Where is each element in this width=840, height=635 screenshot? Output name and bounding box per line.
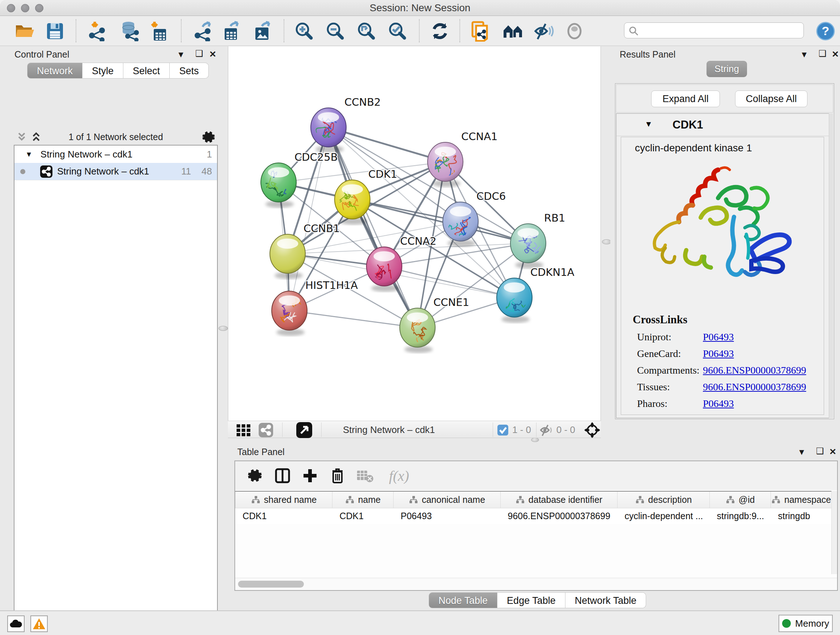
node-CCNB1[interactable]: CCNB1 <box>270 222 340 273</box>
network-view-canvas[interactable]: CCNB2CCNA1CDC25BCDK1CDC6RB1CCNB1CCNA2CDK… <box>228 46 601 421</box>
create-column-button[interactable] <box>301 467 319 485</box>
network-options-gear-icon[interactable] <box>202 130 216 144</box>
network-row[interactable]: String Network – cdk1 11 48 <box>14 163 217 180</box>
apply-layout-button[interactable] <box>429 21 451 42</box>
left-splitter-handle[interactable] <box>218 326 228 331</box>
node-CCNA1[interactable]: CCNA1 <box>428 130 497 182</box>
open-in-window-icon[interactable] <box>296 422 313 439</box>
save-session-button[interactable] <box>44 21 66 42</box>
table-panel-close-button[interactable]: ✕ <box>829 447 836 457</box>
function-builder-button[interactable]: f(x) <box>383 467 415 485</box>
control-panel-float-button[interactable]: ❑ <box>195 49 203 59</box>
column-header-shared-name[interactable]: shared name <box>235 491 332 508</box>
expand-all-button[interactable]: Expand All <box>651 90 720 107</box>
section-collapse-arrow[interactable]: ▼ <box>645 119 653 129</box>
column-header--id[interactable]: @id <box>710 491 771 508</box>
crosslink-link[interactable]: P06493 <box>703 398 734 409</box>
export-table-button[interactable] <box>221 21 242 42</box>
results-panel-float-button[interactable]: ❑ <box>819 49 827 59</box>
tab-network-table[interactable]: Network Table <box>565 592 646 608</box>
tab-edge-table[interactable]: Edge Table <box>497 592 565 608</box>
open-session-button[interactable] <box>14 21 35 42</box>
birds-eye-grid-icon[interactable] <box>236 423 252 437</box>
column-header-description[interactable]: description <box>617 491 710 508</box>
edge-CCNB2-CCNA1[interactable] <box>328 127 445 162</box>
results-panel-close-button[interactable]: ✕ <box>832 49 839 59</box>
table-horizontal-scrollbar[interactable] <box>235 578 837 590</box>
node-RB1[interactable]: RB1 <box>510 212 565 263</box>
node-CDK1[interactable]: CDK1 <box>333 168 397 219</box>
table-cell[interactable]: CDK1 <box>332 508 393 524</box>
table-row[interactable]: CDK1CDK1P064939606.ENSP00000378699cyclin… <box>235 508 832 524</box>
table-cell[interactable]: CDK1 <box>235 508 332 524</box>
zoom-in-icon <box>294 21 314 41</box>
pan-crosshair-icon[interactable] <box>584 422 600 438</box>
table-cell[interactable]: P06493 <box>393 508 501 524</box>
delete-table-button[interactable] <box>356 467 374 485</box>
edge-CCNA2-CDKN1A[interactable] <box>384 266 515 298</box>
control-panel-close-button[interactable]: ✕ <box>209 49 216 59</box>
tab-sets[interactable]: Sets <box>170 63 209 79</box>
results-panel-menu-arrow[interactable]: ▾ <box>802 49 806 59</box>
show-columns-button[interactable] <box>273 467 292 485</box>
crosslink-link[interactable]: 9606.ENSP00000378699 <box>703 381 806 393</box>
zoom-selected-button[interactable] <box>387 21 409 42</box>
protein-section-header[interactable]: ▼ CDK1 <box>616 114 833 136</box>
zoom-out-button[interactable] <box>325 21 346 42</box>
search-input[interactable] <box>624 22 804 38</box>
import-network-from-database-button[interactable] <box>118 21 141 42</box>
help-button[interactable]: ? <box>815 21 836 42</box>
network-edge-count: 48 <box>202 166 212 177</box>
node-CCNE1[interactable]: CCNE1 <box>400 296 469 350</box>
column-header-canonical-name[interactable]: canonical name <box>393 491 501 508</box>
selected-nodes-checkbox[interactable] <box>497 424 508 436</box>
import-network-from-file-button[interactable] <box>87 21 108 42</box>
collapse-all-button[interactable]: Collapse All <box>735 90 807 107</box>
table-panel-float-button[interactable]: ❑ <box>816 446 824 456</box>
node-HIST1H1A[interactable]: HIST1H1A <box>272 279 358 330</box>
results-scrollbar[interactable] <box>829 113 833 418</box>
column-header-namespace[interactable]: namespace <box>771 491 832 508</box>
warnings-button[interactable] <box>30 616 48 632</box>
crosslink-link[interactable]: P06493 <box>703 348 734 359</box>
export-network-button[interactable] <box>192 21 214 42</box>
network-collection-row[interactable]: ▼ String Network – cdk1 1 <box>14 146 217 163</box>
table-options-button[interactable] <box>246 467 264 485</box>
memory-button[interactable]: Memory <box>778 615 833 632</box>
scrollbar-thumb[interactable] <box>238 581 304 587</box>
tab-network[interactable]: Network <box>27 63 82 79</box>
export-image-button[interactable] <box>251 21 273 42</box>
bottom-splitter-handle[interactable] <box>531 438 539 442</box>
edge-HIST1H1A-CCNE1[interactable] <box>289 310 417 328</box>
table-cell[interactable]: stringdb:9... <box>710 508 771 524</box>
control-panel-menu-arrow[interactable]: ▾ <box>179 49 183 59</box>
table-cell[interactable]: cyclin-dependent ... <box>617 508 710 524</box>
column-header-database-identifier[interactable]: database identifier <box>501 491 617 508</box>
table-vertical-scrollbar[interactable] <box>831 491 837 574</box>
tab-style[interactable]: Style <box>82 63 123 79</box>
table-panel-menu-arrow[interactable]: ▾ <box>799 447 804 457</box>
edge-CCNB2-CCNE1[interactable] <box>328 127 417 328</box>
column-header-name[interactable]: name <box>332 491 393 508</box>
zoom-in-button[interactable] <box>294 21 315 42</box>
first-neighbors-button[interactable] <box>502 21 524 42</box>
cloud-button[interactable] <box>7 616 25 632</box>
table-cell[interactable]: stringdb <box>771 508 832 524</box>
show-all-button[interactable] <box>564 21 585 42</box>
crosslink-link[interactable]: P06493 <box>703 331 734 342</box>
table-cell[interactable]: 9606.ENSP00000378699 <box>501 508 617 524</box>
collection-expand-arrow[interactable]: ▼ <box>25 150 33 158</box>
node-table[interactable]: shared namenamecanonical namedatabase id… <box>235 491 832 524</box>
svg-text:?: ? <box>822 24 829 38</box>
tab-string[interactable]: String <box>706 61 747 77</box>
node-CDKN1A[interactable]: CDKN1A <box>497 266 575 317</box>
zoom-fit-button[interactable] <box>355 21 377 42</box>
tab-node-table[interactable]: Node Table <box>429 592 497 608</box>
delete-column-button[interactable] <box>328 467 347 485</box>
network-from-selection-button[interactable] <box>470 21 491 42</box>
crosslink-link[interactable]: 9606.ENSP00000378699 <box>703 364 806 376</box>
tab-select[interactable]: Select <box>123 63 170 79</box>
network-share-icon[interactable] <box>258 423 273 438</box>
hide-selected-button[interactable] <box>533 21 554 42</box>
import-table-from-file-button[interactable] <box>148 21 169 42</box>
